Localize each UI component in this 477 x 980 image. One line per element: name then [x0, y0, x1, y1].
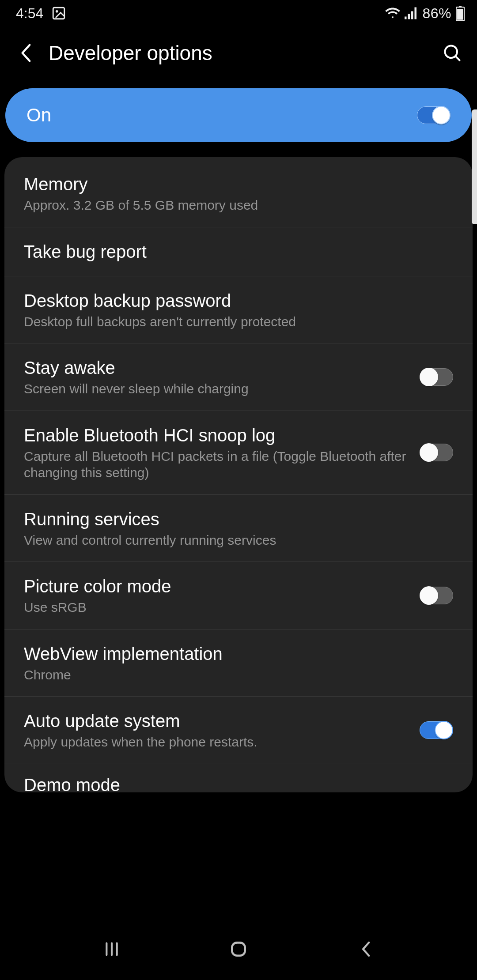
bt-hci-toggle[interactable]	[420, 444, 453, 461]
row-stay-awake[interactable]: Stay awake Screen will never sleep while…	[4, 343, 473, 411]
master-toggle-row[interactable]: On	[5, 88, 472, 142]
row-demo-mode[interactable]: Demo mode	[4, 764, 473, 792]
svg-rect-3	[459, 6, 462, 8]
svg-point-1	[56, 10, 58, 13]
settings-card: Memory Approx. 3.2 GB of 5.5 GB memory u…	[4, 157, 473, 792]
row-subtitle: Desktop full backups aren't currently pr…	[24, 313, 444, 330]
row-title: Desktop backup password	[24, 290, 444, 312]
svg-rect-10	[232, 942, 245, 955]
stay-awake-toggle[interactable]	[420, 368, 453, 386]
row-title: Take bug report	[24, 241, 444, 263]
row-subtitle: Approx. 3.2 GB of 5.5 GB memory used	[24, 197, 444, 214]
row-title: Picture color mode	[24, 575, 411, 597]
row-subtitle: Apply updates when the phone restarts.	[24, 734, 411, 750]
row-subtitle: View and control currently running servi…	[24, 532, 444, 549]
row-bug-report[interactable]: Take bug report	[4, 227, 473, 276]
row-auto-update[interactable]: Auto update system Apply updates when th…	[4, 697, 473, 764]
row-subtitle: Capture all Bluetooth HCI packets in a f…	[24, 448, 411, 481]
row-picture-color[interactable]: Picture color mode Use sRGB	[4, 562, 473, 629]
row-subtitle: Use sRGB	[24, 599, 411, 616]
nav-home-button[interactable]	[223, 933, 254, 965]
status-bar: 4:54 86%	[0, 0, 477, 26]
row-title: Running services	[24, 508, 444, 530]
svg-rect-0	[53, 8, 65, 19]
picture-icon	[51, 6, 66, 21]
nav-back-button[interactable]	[349, 933, 381, 965]
row-bt-hci[interactable]: Enable Bluetooth HCI snoop log Capture a…	[4, 411, 473, 495]
row-desktop-backup[interactable]: Desktop backup password Desktop full bac…	[4, 276, 473, 344]
search-button[interactable]	[437, 43, 462, 63]
row-memory[interactable]: Memory Approx. 3.2 GB of 5.5 GB memory u…	[4, 160, 473, 227]
content: On Memory Approx. 3.2 GB of 5.5 GB memor…	[0, 88, 477, 792]
auto-update-toggle[interactable]	[420, 721, 453, 739]
row-running-services[interactable]: Running services View and control curren…	[4, 495, 473, 562]
nav-recents-button[interactable]	[96, 933, 128, 965]
row-subtitle: Screen will never sleep while charging	[24, 381, 411, 397]
master-toggle-switch[interactable]	[417, 106, 450, 124]
nav-bar	[0, 918, 477, 980]
row-title: Enable Bluetooth HCI snoop log	[24, 424, 411, 446]
wifi-icon	[385, 7, 400, 19]
row-title: Demo mode	[24, 774, 444, 792]
row-title: WebView implementation	[24, 643, 444, 665]
page-title: Developer options	[49, 41, 437, 65]
svg-line-6	[455, 56, 459, 60]
row-title: Memory	[24, 173, 444, 195]
bottom-mask	[0, 909, 477, 918]
status-time: 4:54	[16, 5, 43, 22]
master-toggle-label: On	[26, 105, 417, 126]
picture-color-toggle[interactable]	[420, 587, 453, 604]
battery-percentage: 86%	[422, 5, 451, 22]
back-button[interactable]	[15, 43, 36, 63]
row-subtitle: Chrome	[24, 667, 444, 683]
signal-icon	[405, 7, 418, 19]
svg-rect-4	[457, 9, 463, 20]
scrollbar[interactable]	[472, 109, 477, 224]
row-webview[interactable]: WebView implementation Chrome	[4, 629, 473, 697]
app-bar: Developer options	[0, 26, 477, 79]
row-title: Stay awake	[24, 357, 411, 379]
battery-icon	[456, 6, 465, 21]
row-title: Auto update system	[24, 710, 411, 732]
